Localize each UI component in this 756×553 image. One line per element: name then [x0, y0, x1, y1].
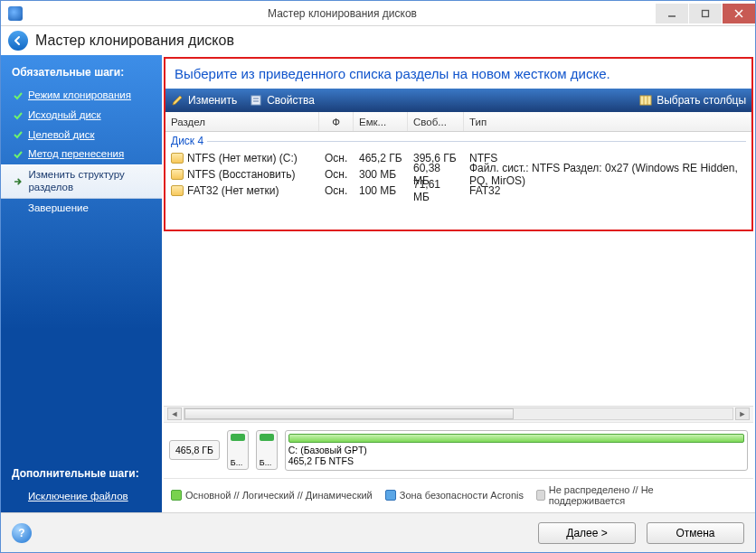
svg-rect-4 — [251, 96, 260, 105]
sidebar-section-required: Обязательные шаги: — [1, 61, 162, 86]
disk-segment-small-2[interactable]: Б... — [256, 430, 278, 470]
swatch-gray-icon — [536, 490, 545, 501]
titlebar: Мастер клонирования дисков — [1, 1, 755, 26]
properties-icon — [250, 94, 262, 107]
sidebar-section-optional: Дополнительные шаги: — [1, 462, 162, 487]
sidebar-step-clone-mode[interactable]: Режим клонирования — [1, 86, 162, 106]
disk-main-title: C: (Базовый GPT) — [288, 445, 744, 456]
maximize-button[interactable] — [689, 4, 722, 23]
disk-total-segment[interactable]: 465,8 ГБ — [169, 440, 220, 460]
svg-rect-1 — [703, 10, 709, 16]
legend: Основной // Логический // Динамический З… — [164, 478, 753, 512]
scroll-thumb[interactable] — [184, 408, 514, 419]
partition-row[interactable]: FAT32 (Нет метки) Осн. 100 МБ 71,61 МБ F… — [165, 183, 751, 199]
partition-toolbar: Изменить Свойства Выбрать столбцы — [165, 89, 751, 112]
swatch-blue-icon — [385, 490, 396, 501]
arrow-right-icon — [14, 176, 23, 187]
sidebar-step-change-layout[interactable]: Изменить структуру разделов — [1, 164, 162, 199]
col-header-flag[interactable]: Ф — [319, 112, 354, 131]
col-header-free[interactable]: Своб... — [408, 112, 464, 131]
sidebar: Обязательные шаги: Режим клонирования Ис… — [1, 55, 162, 512]
check-icon — [14, 130, 23, 139]
check-icon — [14, 91, 23, 100]
disk-main-subtitle: 465,2 ГБ NTFS — [288, 455, 744, 467]
minimize-button[interactable] — [656, 4, 688, 23]
scroll-left-button[interactable]: ◄ — [167, 408, 182, 420]
disk-group-label: Диск 4 — [165, 132, 751, 150]
columns-icon — [639, 94, 652, 107]
wizard-header: Мастер клонирования дисков — [1, 26, 755, 55]
scroll-right-button[interactable]: ► — [735, 408, 750, 420]
close-button[interactable] — [723, 4, 755, 23]
pencil-icon — [171, 94, 184, 107]
disk-layout-strip: 465,8 ГБ Б... Б... C: (Базовый GPT) 465,… — [164, 422, 753, 478]
svg-rect-7 — [640, 96, 651, 105]
blank-area — [162, 231, 755, 406]
instruction-text: Выберите из приведенного списка разделы … — [165, 59, 751, 89]
check-icon — [14, 150, 23, 159]
choose-columns-button[interactable]: Выбрать столбцы — [639, 94, 746, 107]
window-title: Мастер клонирования дисков — [30, 7, 655, 20]
legend-primary: Основной // Логический // Динамический — [171, 490, 373, 501]
main-panel: Выберите из приведенного списка разделы … — [162, 55, 755, 512]
app-icon — [8, 6, 23, 21]
page-title: Мастер клонирования дисков — [35, 33, 234, 49]
drive-icon — [171, 185, 184, 196]
col-header-partition[interactable]: Раздел — [165, 112, 319, 131]
drive-icon — [171, 153, 184, 164]
swatch-green-icon — [171, 490, 182, 501]
partition-grid: Раздел Ф Емк... Своб... Тип Диск 4 NTFS … — [165, 112, 751, 230]
legend-unallocated: Не распределено // Не поддерживается — [536, 484, 690, 507]
sidebar-step-finish[interactable]: Завершение — [1, 199, 162, 219]
edit-button[interactable]: Изменить — [171, 94, 237, 107]
sidebar-step-move-method[interactable]: Метод перенесения — [1, 145, 162, 164]
app-window: Мастер клонирования дисков Мастер клонир… — [0, 0, 756, 553]
col-header-capacity[interactable]: Емк... — [354, 112, 408, 131]
sidebar-step-source-disk[interactable]: Исходный диск — [1, 106, 162, 126]
grid-header-row: Раздел Ф Емк... Своб... Тип — [165, 112, 751, 132]
properties-button[interactable]: Свойства — [250, 94, 315, 107]
back-button[interactable] — [8, 31, 28, 51]
legend-secure-zone: Зона безопасности Acronis — [385, 490, 524, 501]
help-button[interactable]: ? — [12, 523, 32, 543]
usage-bar — [288, 434, 744, 443]
col-header-type[interactable]: Тип — [464, 112, 751, 131]
cancel-button[interactable]: Отмена — [647, 522, 744, 544]
sidebar-step-exclude-files[interactable]: Исключение файлов — [1, 487, 162, 507]
check-icon — [14, 111, 23, 120]
disk-total-label: 465,8 ГБ — [175, 445, 213, 455]
next-button[interactable]: Далее > — [538, 522, 636, 544]
scroll-track[interactable] — [184, 408, 733, 420]
drive-icon — [171, 169, 184, 180]
disk-segment-main[interactable]: C: (Базовый GPT) 465,2 ГБ NTFS — [285, 430, 748, 471]
disk-segment-small-1[interactable]: Б... — [227, 430, 249, 470]
highlighted-region: Выберите из приведенного списка разделы … — [164, 57, 753, 231]
footer: ? Далее > Отмена — [1, 512, 755, 552]
horizontal-scrollbar[interactable]: ◄ ► — [164, 406, 753, 422]
sidebar-step-target-disk[interactable]: Целевой диск — [1, 126, 162, 145]
